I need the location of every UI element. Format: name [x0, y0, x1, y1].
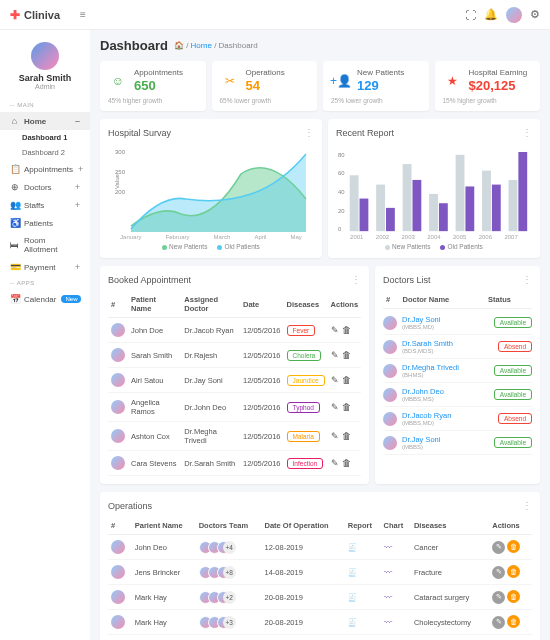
delete-icon[interactable]: 🗑 [342, 325, 351, 335]
stat-label: Hospital Earning [469, 68, 528, 77]
menu-toggle-icon[interactable]: ≡ [80, 9, 86, 20]
delete-button[interactable]: 🗑 [507, 615, 520, 628]
settings-icon[interactable]: ⚙ [530, 8, 540, 21]
stat-value: 54 [246, 78, 285, 93]
card-menu-icon[interactable]: ⋮ [351, 274, 361, 285]
doctor-name[interactable]: Dr.Megha Trivedi [402, 363, 459, 372]
sidebar-item-payment[interactable]: 💳Payment+ [0, 258, 90, 276]
delete-button[interactable]: 🗑 [507, 565, 520, 578]
booked-appointment-card: Booked Appointment⋮ #Patient NameAssigne… [100, 266, 369, 484]
edit-icon[interactable]: ✎ [331, 431, 339, 441]
doctor-name[interactable]: Dr.Sarah Smith [402, 339, 453, 348]
card-menu-icon[interactable]: ⋮ [304, 127, 314, 138]
page-title: Dashboard [100, 38, 168, 53]
sidebar-item-appointments[interactable]: 📋Appointments+ [0, 160, 90, 178]
svg-rect-18 [465, 186, 474, 231]
edit-icon[interactable]: ✎ [331, 375, 339, 385]
sidebar-item-home[interactable]: ⌂Home– [0, 112, 90, 130]
report-icon[interactable]: 🧾 [348, 543, 357, 552]
delete-icon[interactable]: 🗑 [342, 375, 351, 385]
doctor-link[interactable]: Dr.Sarah Smith [181, 451, 240, 476]
delete-icon[interactable]: 🗑 [342, 458, 351, 468]
doctor-name[interactable]: Dr.Jacob Ryan [402, 411, 451, 420]
delete-icon[interactable]: 🗑 [342, 350, 351, 360]
doctor-link[interactable]: Dr.Megha Trivedi [181, 422, 240, 451]
status-pill: Absend [498, 413, 532, 424]
sidebar-item-doctors[interactable]: ⊕Doctors+ [0, 178, 90, 196]
home-icon: ⌂ [10, 116, 19, 126]
doctor-name[interactable]: Dr.John Deo [402, 387, 444, 396]
staff-icon: 👥 [10, 200, 19, 210]
doctor-link[interactable]: Dr.John Deo [181, 393, 240, 422]
svg-text:60: 60 [338, 170, 345, 176]
edit-icon[interactable]: ✎ [331, 402, 339, 412]
doctors-list-card: Doctors List⋮ #Doctor NameStatus Dr.Jay … [375, 266, 540, 484]
logo[interactable]: ✚ Cliniva [10, 8, 60, 22]
svg-rect-17 [456, 155, 465, 231]
edit-icon[interactable]: ✎ [331, 350, 339, 360]
status-pill: Available [494, 317, 532, 328]
expand-icon: + [75, 262, 80, 272]
report-icon[interactable]: 🧾 [348, 593, 357, 602]
edit-button[interactable]: ✎ [492, 591, 505, 604]
delete-button[interactable]: 🗑 [507, 540, 520, 553]
sidebar-item-patients[interactable]: ♿Patients [0, 214, 90, 232]
patient-name: Ashton Cox [128, 422, 181, 451]
booked-table: #Patient NameAssigned DoctorDateDiseases… [108, 291, 361, 476]
breadcrumb-home[interactable]: Home [191, 41, 212, 50]
report-icon[interactable]: 🧾 [348, 568, 357, 577]
menu-section-apps: -- APPS [0, 276, 90, 290]
user-avatar[interactable] [31, 42, 59, 70]
brand-name: Cliniva [24, 9, 60, 21]
survey-chart: 300250200 Value [108, 144, 314, 234]
edit-icon[interactable]: ✎ [331, 325, 339, 335]
table-row: Mark Hay+220-08-2019🧾〰Cataract surgery✎🗑 [108, 585, 532, 610]
doctor-name[interactable]: Dr.Jay Soni [402, 315, 440, 324]
table-row: Jens Brincker+814-08-2019🧾〰Fracture✎🗑 [108, 560, 532, 585]
disease-pill: Typhod [287, 402, 320, 413]
delete-button[interactable]: 🗑 [507, 590, 520, 603]
patient-name: Sarah Smith [128, 343, 181, 368]
status-pill: Available [494, 389, 532, 400]
chart-icon: 〰 [384, 593, 392, 602]
chart-icon: 〰 [384, 618, 392, 627]
card-menu-icon[interactable]: ⋮ [522, 500, 532, 511]
notification-icon[interactable]: 🔔 [484, 8, 498, 21]
patient-name: Mark Hay [132, 610, 196, 635]
svg-rect-9 [350, 175, 359, 231]
table-row: John Deo+412-08-2019🧾〰Cancer✎🗑 [108, 535, 532, 560]
doctor-icon: ⊕ [10, 182, 19, 192]
edit-icon[interactable]: ✎ [331, 458, 339, 468]
doctor-link[interactable]: Dr.Jay Soni [181, 368, 240, 393]
svg-rect-10 [359, 199, 368, 232]
table-row: Cara StevensDr.Sarah Smith12/05/2016Infe… [108, 451, 361, 476]
sidebar-item-dashboard1[interactable]: Dashboard 1 [22, 130, 90, 145]
avatar [383, 412, 397, 426]
doctor-row: Dr.Jacob Ryan(MBBS,MD)Absend [383, 407, 532, 431]
sidebar-item-calendar[interactable]: 📅CalendarNew [0, 290, 90, 308]
expand-icon: + [75, 200, 80, 210]
doctor-link[interactable]: Dr.Jacob Ryan [181, 318, 240, 343]
delete-icon[interactable]: 🗑 [342, 431, 351, 441]
status-pill: Available [494, 365, 532, 376]
doctor-name[interactable]: Dr.Jay Soni [402, 435, 440, 444]
sidebar-item-room[interactable]: 🛏Room Allotment [0, 232, 90, 258]
operations-card: Operations⋮ #Parient NameDoctors TeamDat… [100, 492, 540, 640]
report-icon[interactable]: 🧾 [348, 618, 357, 627]
edit-button[interactable]: ✎ [492, 541, 505, 554]
team-avatars: +8 [199, 566, 259, 579]
card-menu-icon[interactable]: ⋮ [522, 274, 532, 285]
doctor-link[interactable]: Dr.Rajesh [181, 343, 240, 368]
stat-value: $20,125 [469, 78, 528, 93]
delete-icon[interactable]: 🗑 [342, 402, 351, 412]
edit-button[interactable]: ✎ [492, 616, 505, 629]
stat-label: Operations [246, 68, 285, 77]
card-menu-icon[interactable]: ⋮ [522, 127, 532, 138]
sidebar-item-dashboard2[interactable]: Dashboard 2 [22, 145, 90, 160]
edit-button[interactable]: ✎ [492, 566, 505, 579]
fullscreen-icon[interactable]: ⛶ [465, 9, 476, 21]
avatar [111, 429, 125, 443]
user-avatar-small[interactable] [506, 7, 522, 23]
team-avatars: +4 [199, 541, 259, 554]
sidebar-item-staffs[interactable]: 👥Staffs+ [0, 196, 90, 214]
